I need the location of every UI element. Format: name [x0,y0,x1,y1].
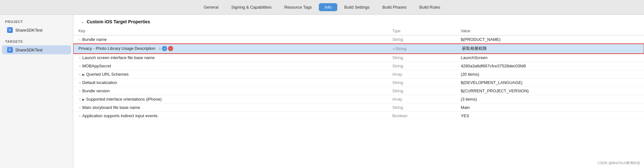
sort-icon: ⇅ [158,47,161,50]
section-header: ⌄ Custom iOS Target Properties [73,15,644,27]
row-key-text: Privacy - Photo Library Usage Descriptio… [78,46,155,51]
row-value-text: YES [456,112,644,120]
row-key-text: Bundle version [82,88,110,93]
row-type-text: String [387,79,456,87]
sort-icon: ⇅ [78,65,81,68]
project-section-label: PROJECT [0,20,73,26]
remove-row-button[interactable]: − [168,46,173,51]
row-key-text: Launch screen interface file base name [82,55,155,60]
sort-icon: ⇅ [78,56,81,60]
row-type-text: ⇅String [387,44,456,54]
tab-build-rules[interactable]: Build Rules [413,3,446,11]
target-icon: A [7,47,13,53]
sidebar: PROJECT A ShareSDKTest TARGETS A ShareSD… [0,15,73,168]
section-title: Custom iOS Target Properties [87,19,150,24]
sort-icon: ⇅ [78,73,81,76]
content-panel: ⌄ Custom iOS Target Properties Key Type … [73,15,644,168]
tab-build-settings[interactable]: Build Settings [339,3,376,11]
row-type-text: Boolean [387,112,456,120]
add-row-button[interactable]: + [162,46,167,51]
expand-arrow-icon[interactable]: ▶ [82,73,85,76]
table-row[interactable]: ⇅Main storyboard file base nameStringMai… [73,103,644,112]
col-header-key: Key [73,27,387,35]
value-edit-field[interactable]: 获取相册权限 [461,45,524,52]
row-value-text: $(DEVELOPMENT_LANGUAGE) [456,79,644,87]
row-key-text: Default localization [82,80,117,85]
row-value-text: (3 items) [456,95,644,103]
row-value-text: Main [456,103,644,112]
row-type-text: String [387,54,456,62]
sort-icon: ⇅ [78,38,81,42]
row-value-text: $(PRODUCT_NAME) [456,35,644,44]
row-type-text: String [387,87,456,95]
row-key-text: Queried URL Schemes [86,72,128,77]
sort-icon: ⇅ [78,106,81,110]
sort-icon: ⇅ [78,89,81,93]
sidebar-item-target[interactable]: A ShareSDKTest [2,45,71,54]
tab-general[interactable]: General [198,3,224,11]
sort-icon: ⇅ [78,98,81,101]
col-header-type: Type [387,27,456,35]
row-value-text: $(CURRENT_PROJECT_VERSION) [456,87,644,95]
row-type-text: String [387,35,456,44]
tab-build-phases[interactable]: Build Phases [377,3,412,11]
project-item-label: ShareSDKTest [15,28,42,33]
tab-info[interactable]: Info [319,3,337,11]
row-key-text: Supported interface orientations (iPhone… [86,97,162,102]
sidebar-item-project[interactable]: A ShareSDKTest [2,26,71,34]
row-type-text: Array [387,95,456,103]
row-key-text: Application supports indirect input even… [82,113,157,118]
col-header-value: Value [456,27,644,35]
row-key-text: MOBAppSecret [82,64,111,68]
tab-signing[interactable]: Signing & Capabilities [225,3,277,11]
project-icon: A [7,27,13,33]
tab-bar: GeneralSigning & CapabilitiesResource Ta… [0,0,644,15]
table-row[interactable]: ⇅Default localizationString$(DEVELOPMENT… [73,79,644,87]
main-content: PROJECT A ShareSDKTest TARGETS A ShareSD… [0,15,644,168]
row-value-text[interactable]: 获取相册权限 [456,44,644,54]
table-row[interactable]: ⇅▶Supported interface orientations (iPho… [73,95,644,103]
table-row[interactable]: ⇅Application supports indirect input eve… [73,112,644,120]
table-row[interactable]: ⇅MOBAppSecretString4280a3a6df667cfce3752… [73,62,644,70]
table-row[interactable]: ⇅Bundle nameString$(PRODUCT_NAME) [73,35,644,44]
section-chevron-icon[interactable]: ⌄ [81,19,84,24]
row-value-text: LaunchScreen [456,54,644,62]
table-row[interactable]: Privacy - Photo Library Usage Descriptio… [73,44,644,54]
expand-arrow-icon[interactable]: ▶ [82,98,85,101]
table-row[interactable]: ⇅Launch screen interface file base nameS… [73,54,644,62]
row-type-text: Array [387,70,456,79]
row-key-text: Main storyboard file base name [82,105,140,110]
target-item-label: ShareSDKTest [15,48,42,52]
row-value-text: (20 items) [456,70,644,79]
table-row[interactable]: ⇅Bundle versionString$(CURRENT_PROJECT_V… [73,87,644,95]
tab-resource-tags[interactable]: Resource Tags [279,3,318,11]
sort-icon: ⇅ [78,114,81,118]
row-type-text: String [387,103,456,112]
row-key-text: Bundle name [82,37,107,42]
sort-icon: ⇅ [78,81,81,85]
row-type-text: String [387,62,456,70]
targets-section-label: TARGETS [0,40,73,45]
row-controls: ⇅ + − [158,46,173,51]
properties-table: Key Type Value ⇅Bundle nameString$(PRODU… [73,27,644,120]
row-value-text: 4280a3a6df667cfce37528dec03fd9 [456,62,644,70]
table-row[interactable]: ⇅▶Queried URL SchemesArray(20 items) [73,70,644,79]
